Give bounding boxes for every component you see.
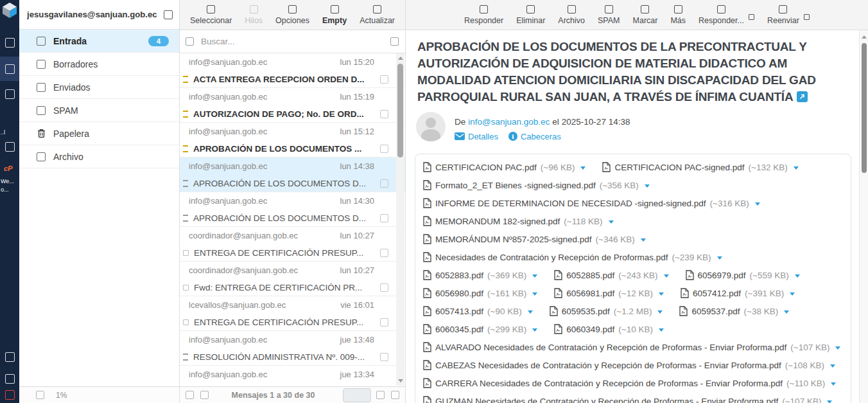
next-page-icon[interactable] [376,391,385,399]
taskbar-app-icon-3[interactable] [5,142,15,152]
message-row[interactable]: info@sanjuan.gob.ec jue 13:48 RESOLUCIÓN… [180,331,405,366]
attachment-item[interactable]: MEMORANDUM 182-signed.pdf (~118 KB) [423,216,614,226]
attachment-item[interactable]: GUZMAN Necesidades de Contratación y Rec… [423,396,832,403]
attachment-menu-icon[interactable] [827,400,832,403]
first-page-icon[interactable] [186,391,194,399]
attachment-menu-icon[interactable] [794,166,799,170]
message-row[interactable]: coordinador@sanjuan.gob.ec lun 10:27 Fwd… [180,262,405,296]
attachment-menu-icon[interactable] [532,274,537,278]
toolbar-button-seleccionar[interactable]: Seleccionar [190,5,232,25]
attachment-menu-icon[interactable] [659,328,664,332]
message-row[interactable]: info@sanjuan.gob.ec lun 15:12 APROBACIÓN… [180,123,405,157]
message-row[interactable]: info@sanjuan.gob.ec lun 14:38 APROBACIÓN… [180,157,405,192]
toolbar-button-spam[interactable]: SPAM [598,5,620,25]
toolbar-button-actualizar[interactable]: Actualizar [360,5,395,25]
toolbar-button-archivo[interactable]: Archivo [558,5,585,25]
search-bar[interactable]: Buscar... [180,30,405,53]
toolbar-button-reenviar[interactable]: Reenviar [767,5,799,25]
message-row[interactable]: info@sanjuan.gob.ec lun 15:19 AUTORIZACI… [180,88,405,123]
message-checkbox[interactable] [380,110,388,118]
message-checkbox[interactable] [380,214,388,222]
page-number-input[interactable] [343,388,371,402]
folder-item-borradores[interactable]: Borradores [19,53,179,76]
attachment-menu-icon[interactable] [717,256,722,260]
message-row[interactable]: info@sanjuan.gob.ec jue 13:34 [180,366,405,386]
attachment-item[interactable]: CARRERA Necesidades de Contratación y Re… [423,378,836,388]
attachment-menu-icon[interactable] [790,292,795,296]
select-all-checkbox[interactable] [186,37,194,46]
message-checkbox[interactable] [380,75,388,84]
search-options-icon[interactable] [390,37,399,46]
attachment-item[interactable]: CERTIFICACION PAC.pdf (~96 KB) [423,162,586,172]
taskbar-logout-icon[interactable] [5,390,15,400]
attachment-item[interactable]: Necesidades de Contratación y Recepción … [423,252,722,262]
message-checkbox[interactable] [380,283,388,292]
attachment-menu-icon[interactable] [795,274,800,278]
message-checkbox[interactable] [380,179,388,188]
toolbar-button-m-s[interactable]: Más [670,5,686,25]
taskbar-app-icon-2[interactable] [5,89,15,99]
attachment-item[interactable]: INFORME DE DETERMINACION DE NECESIDAD -s… [423,198,760,208]
taskbar-mail-icon[interactable] [5,64,15,74]
message-scrollbar[interactable] [859,30,868,403]
attachment-menu-icon[interactable] [609,220,614,224]
attachment-item[interactable]: 6057412.pdf (~391 KB) [681,288,795,298]
attachment-menu-icon[interactable] [580,166,586,170]
attachment-menu-icon[interactable] [528,310,533,314]
dropdown-arrow-icon[interactable] [749,14,754,20]
attachment-menu-icon[interactable] [532,328,537,332]
dropdown-arrow-icon[interactable] [804,14,810,20]
attachment-menu-icon[interactable] [641,238,646,242]
attachment-item[interactable]: MEMORÁNDUM Nº857-2025-signed.pdf (~346 K… [423,234,646,244]
attachment-menu-icon[interactable] [664,274,669,278]
toolbar-button-responder[interactable]: Responder [464,5,503,25]
toolbar-button-hilos[interactable]: Hilos [245,5,263,25]
sender-email-link[interactable]: info@sanjuan.gob.ec [468,117,550,127]
attachment-menu-icon[interactable] [755,202,760,206]
message-row[interactable]: info@sanjuan.gob.ec lun 15:20 ACTA ENTRE… [180,53,405,88]
attachment-item[interactable]: Formato_2_ET Bienes -signed-signed.pdf (… [423,180,650,190]
open-in-new-window-icon[interactable] [797,91,808,102]
attachment-item[interactable]: 6059537.pdf (~38 KB) [679,306,789,316]
toolbar-button-empty[interactable]: Empty [322,5,347,25]
attachment-item[interactable]: CABEZAS Necesidades de Contratación y Re… [423,360,835,370]
attachment-menu-icon[interactable] [659,292,664,296]
message-row[interactable]: lcevallos@sanjuan.gob.ec vie 16:01 ENTRE… [180,296,405,331]
attachment-item[interactable]: 6056980.pdf (~161 KB) [423,288,537,298]
folder-item-entrada[interactable]: Entrada 4 [19,30,179,53]
toolbar-button-marcar[interactable]: Marcar [633,5,658,25]
attachment-item[interactable]: 6060345.pdf (~299 KB) [423,324,537,334]
last-page-icon[interactable] [391,391,399,399]
attachment-item[interactable]: 6057413.pdf (~90 KB) [423,306,533,316]
toolbar-button-responder[interactable]: Responder... [699,5,744,25]
attachment-item[interactable]: 6059535.pdf (~1.2 MB) [550,306,663,316]
attachment-menu-icon[interactable] [784,310,789,314]
search-input[interactable]: Buscar... [201,37,390,46]
toolbar-button-eliminar[interactable]: Eliminar [516,5,545,25]
attachment-menu-icon[interactable] [830,364,835,368]
headers-link[interactable]: i Cabeceras [508,132,561,141]
taskbar-app-icon-5[interactable] [5,374,15,384]
message-checkbox[interactable] [380,249,388,257]
message-checkbox[interactable] [380,145,388,153]
attachment-item[interactable]: ALVARADO Necesidades de Contratación y R… [423,342,840,352]
webmail-home-label-1[interactable]: We... [1,178,19,184]
taskbar-app-icon-4[interactable] [5,352,15,362]
attachment-item[interactable]: CERTIFICACION PAC-signed.pdf (~132 KB) [602,162,798,172]
attachment-item[interactable]: 6060349.pdf (~10 KB) [554,324,664,334]
folder-item-papelera[interactable]: Papelera [19,122,179,145]
message-checkbox[interactable] [380,353,388,361]
message-list-scrollbar[interactable] [396,53,404,386]
message-row[interactable]: coordinador@sanjuan.gob.ec lun 10:27 ENT… [180,227,405,262]
details-link[interactable]: Detalles [455,132,498,141]
attachment-item[interactable]: 6052885.pdf (~243 KB) [554,270,668,280]
toolbar-button-opciones[interactable]: Opciones [275,5,309,25]
webmail-logo-icon[interactable] [1,2,18,19]
message-row[interactable]: info@sanjuan.gob.ec lun 14:30 APROBACIÓN… [180,192,405,227]
attachment-menu-icon[interactable] [657,310,663,314]
attachment-menu-icon[interactable] [532,292,537,296]
account-settings-icon[interactable] [164,10,173,19]
attachment-item[interactable]: 6056979.pdf (~559 KB) [686,270,800,280]
message-checkbox[interactable] [380,318,388,327]
taskbar-app-icon-1[interactable] [5,38,15,48]
